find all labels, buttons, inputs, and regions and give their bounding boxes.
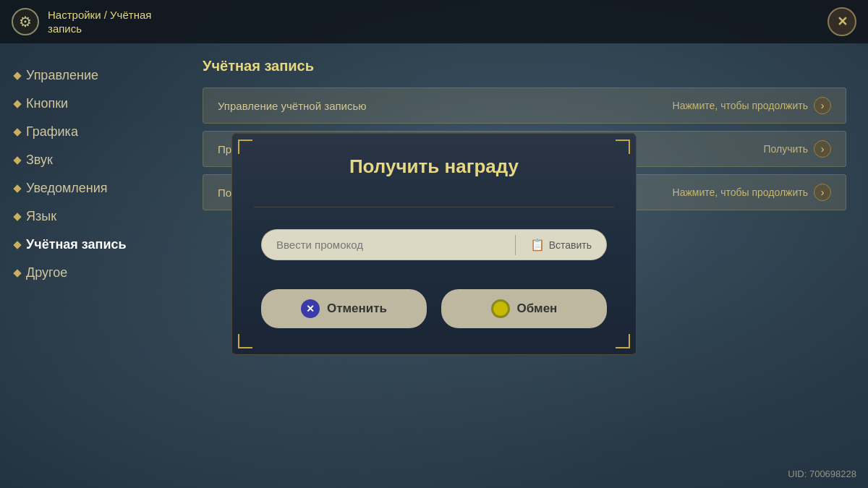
paste-icon: 📋 xyxy=(530,238,545,252)
paste-label: Вставить xyxy=(549,239,592,251)
promo-input-section: 📋 Вставить xyxy=(261,229,607,260)
modal-divider xyxy=(254,207,614,207)
promo-input-row: 📋 Вставить xyxy=(261,229,607,260)
paste-button[interactable]: 📋 Вставить xyxy=(516,231,606,259)
modal-backdrop: Получить награду 📋 Вставить ✕ Отменить О… xyxy=(0,0,868,488)
modal-title: Получить награду xyxy=(261,155,607,178)
exchange-button[interactable]: Обмен xyxy=(441,289,607,328)
cancel-icon: ✕ xyxy=(301,299,320,318)
modal-buttons: ✕ Отменить Обмен xyxy=(261,289,607,328)
cancel-label: Отменить xyxy=(327,301,387,316)
cancel-button[interactable]: ✕ Отменить xyxy=(261,289,427,328)
exchange-icon xyxy=(491,299,510,318)
modal-dialog: Получить награду 📋 Вставить ✕ Отменить О… xyxy=(231,133,637,355)
promo-code-input[interactable] xyxy=(262,230,515,260)
exchange-label: Обмен xyxy=(517,301,558,316)
